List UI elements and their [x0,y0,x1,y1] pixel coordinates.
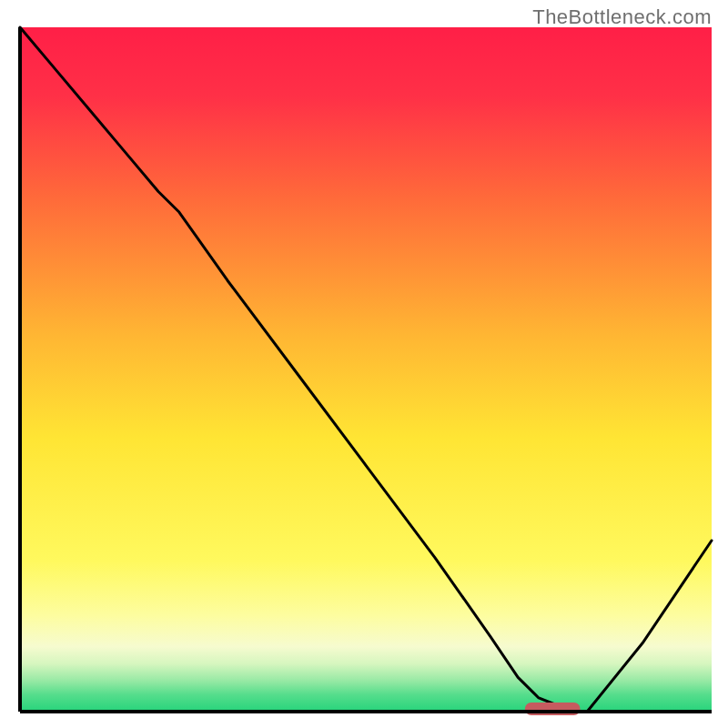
bottleneck-chart [0,0,728,728]
plot-gradient [20,27,712,712]
chart-stage: TheBottleneck.com [0,0,728,728]
